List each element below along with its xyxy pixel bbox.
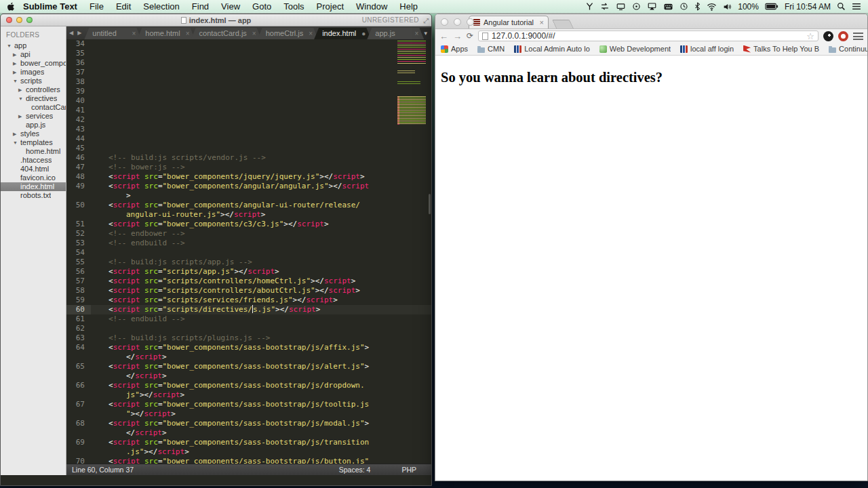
forward-icon[interactable]: → (453, 32, 462, 41)
code-line-51[interactable]: 51<script src="bower_components/c3/c3.js… (66, 220, 431, 229)
code-line-69[interactable]: 69<script src="bower_components/sass-boo… (66, 438, 431, 447)
code-line-38[interactable]: 38 (66, 77, 431, 87)
spotlight-icon[interactable] (837, 2, 846, 11)
back-icon[interactable]: ← (439, 32, 448, 41)
code-line-wrap[interactable]: .js"></script> (66, 447, 431, 457)
fullscreen-arrows-icon[interactable]: ⤢ (423, 17, 429, 25)
close-window-button[interactable] (441, 18, 448, 26)
refresh-icon[interactable]: ⟳ (467, 32, 473, 40)
sidebar-item-controllers[interactable]: ▶controllers (1, 85, 66, 94)
extension-dark-icon[interactable] (823, 31, 833, 41)
disclosure-closed-icon[interactable]: ▶ (13, 68, 20, 77)
address-bar[interactable]: 127.0.0.1:9000/#/ ☆ (478, 30, 818, 41)
syntax-setting[interactable]: PHP (401, 466, 416, 474)
menubar-clock[interactable]: Fri 10:54 AM (785, 2, 831, 12)
disclosure-closed-icon[interactable]: ▶ (18, 112, 26, 121)
bookmark-apps[interactable]: Apps (441, 45, 468, 53)
tab-scroll-left-icon[interactable]: ◀ (69, 30, 73, 36)
code-line-59[interactable]: 59<script src="scripts/services/friends.… (66, 296, 431, 305)
sidebar-item-robots-txt[interactable]: robots.txt (1, 191, 66, 200)
code-line-wrap[interactable]: angular-ui-router.js"></script> (66, 210, 431, 220)
menu-file[interactable]: File (83, 0, 110, 14)
bookmark-local-aff-login[interactable]: local aff login (680, 45, 734, 53)
chrome-menu-icon[interactable] (853, 33, 863, 40)
code-line-54[interactable]: 54 (66, 248, 431, 258)
code-line-39[interactable]: 39 (66, 87, 431, 96)
close-tab-icon[interactable]: × (540, 18, 544, 26)
notification-center-icon[interactable] (852, 3, 861, 10)
code-line-wrap[interactable]: </script> (66, 352, 431, 362)
sidebar-item-favicon-ico[interactable]: favicon.ico (1, 174, 66, 182)
tab-scroll-right-icon[interactable]: ▶ (77, 30, 81, 36)
wifi-icon[interactable] (707, 3, 717, 11)
browser-tab-angular-tutorial[interactable]: Angular tutorial × (469, 16, 549, 28)
code-line-47[interactable]: 47<!-- bower:js --> (66, 163, 431, 172)
url-text[interactable]: 127.0.0.1:9000/#/ (492, 31, 555, 41)
sidebar-item--htaccess[interactable]: .htaccess (1, 156, 66, 165)
code-line-57[interactable]: 57<script src="scripts/controllers/homeC… (66, 277, 431, 286)
disclosure-open-icon[interactable]: ▼ (7, 41, 14, 50)
vertical-scrollbar[interactable] (429, 194, 431, 214)
clock-icon[interactable] (679, 2, 688, 11)
sublime-titlebar[interactable]: index.html — app UNREGISTERED ⤢ (1, 14, 431, 26)
editor-tab-untitled[interactable]: untitled× (84, 28, 141, 39)
bluetooth-icon[interactable] (694, 2, 701, 11)
code-line-wrap[interactable]: > (66, 191, 431, 201)
code-line-63[interactable]: 63<!-- build:js scripts/plugins.js --> (66, 333, 431, 343)
sidebar-item-services[interactable]: ▶services (1, 112, 66, 121)
code-line-44[interactable]: 44 (66, 134, 431, 144)
bookmark-web-development[interactable]: Web Development (599, 45, 671, 53)
code-line-49[interactable]: 49<script src="bower_components/angular/… (66, 182, 431, 191)
disclosure-closed-icon[interactable]: ▶ (13, 50, 20, 59)
code-line-62[interactable]: 62 (66, 324, 431, 333)
disclosure-open-icon[interactable]: ▼ (13, 138, 20, 147)
code-line-42[interactable]: 42 (66, 115, 431, 125)
sidebar-item-bower-components[interactable]: ▶bower_components (1, 59, 66, 68)
sidebar-item-404-html[interactable]: 404.html (1, 165, 66, 174)
extension-red-icon[interactable] (838, 31, 848, 41)
code-line-wrap[interactable]: </script> (66, 371, 431, 381)
code-line-70[interactable]: 70<script src="bower_components/sass-boo… (66, 457, 431, 464)
sidebar-item-api[interactable]: ▶api (1, 50, 66, 59)
disclosure-closed-icon[interactable]: ▶ (18, 85, 26, 94)
code-line-65[interactable]: 65<script src="bower_components/sass-boo… (66, 362, 431, 371)
code-line-60[interactable]: 60<script src="scripts/directives/s.js">… (66, 305, 431, 314)
close-tab-icon[interactable]: × (414, 28, 418, 39)
code-line-68[interactable]: 68<script src="bower_components/sass-boo… (66, 419, 431, 428)
menu-help[interactable]: Help (393, 0, 424, 14)
unsaved-dot-icon[interactable]: ● (361, 28, 366, 39)
apple-menu-icon[interactable] (7, 2, 16, 12)
editor-tab-home-html[interactable]: home.html× (137, 28, 195, 39)
code-line-45[interactable]: 45 (66, 144, 431, 153)
code-line-66[interactable]: 66<script src="bower_components/sass-boo… (66, 381, 431, 390)
volume-icon[interactable] (723, 3, 732, 11)
indentation-setting[interactable]: Spaces: 4 (339, 466, 371, 474)
code-line-40[interactable]: 40 (66, 96, 431, 106)
code-line-55[interactable]: 55<!-- build:js scripts/app.js --> (66, 258, 431, 267)
sidebar-item-styles[interactable]: ▶styles (1, 129, 66, 138)
sidebar-item-index-html[interactable]: index.html (1, 182, 66, 191)
bookmark-local-admin-auto-lo[interactable]: Local Admin Auto lo (514, 45, 590, 53)
vpn-icon[interactable] (585, 2, 594, 11)
code-line-35[interactable]: 35 (66, 49, 431, 58)
code-line-wrap[interactable]: </script> (66, 428, 431, 438)
menu-selection[interactable]: Selection (137, 0, 185, 14)
close-tab-icon[interactable]: × (186, 28, 190, 39)
code-line-61[interactable]: 61<!-- endbuild --> (66, 314, 431, 324)
code-line-56[interactable]: 56<script src="scripts/app.js"></script> (66, 267, 431, 277)
menu-app-name[interactable]: Sublime Text (17, 0, 83, 14)
zoom-window-button[interactable] (467, 18, 474, 26)
menu-view[interactable]: View (215, 0, 246, 14)
sidebar-item-templates[interactable]: ▼templates (1, 138, 66, 147)
minimap[interactable] (396, 39, 427, 464)
close-tab-icon[interactable]: × (132, 28, 136, 39)
code-line-41[interactable]: 41 (66, 106, 431, 115)
display-mirroring-icon[interactable] (616, 2, 626, 11)
new-tab-button[interactable] (552, 20, 574, 28)
code-line-52[interactable]: 52<!-- endbower --> (66, 229, 431, 239)
menu-project[interactable]: Project (311, 0, 350, 14)
sidebar-item-home-html[interactable]: home.html (1, 147, 66, 156)
code-line-53[interactable]: 53<!-- endbuild --> (66, 239, 431, 248)
editor-tab-app-js[interactable]: app.js× (367, 28, 424, 39)
editor-tab-index-html[interactable]: index.html● (314, 28, 371, 39)
